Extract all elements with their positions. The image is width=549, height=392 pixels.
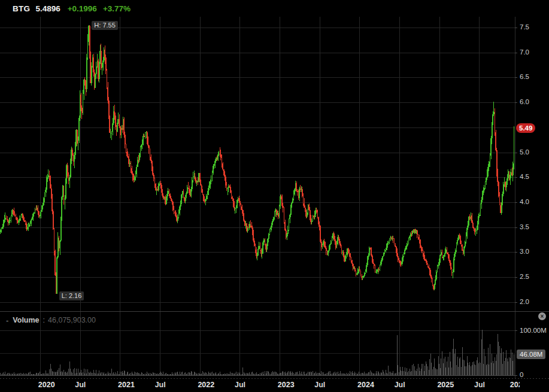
price-axis-tick-label: 6.5 (520, 72, 529, 81)
price-chart-pane[interactable]: H: 7.55 L: 2.16 (0, 17, 515, 311)
volume-last-badge: 46.08M (517, 350, 545, 359)
time-axis-label-2020: 2020 (38, 381, 55, 389)
last-price-value: 5.4896 (35, 4, 60, 13)
price-axis-tick-label: 3.5 (520, 223, 529, 231)
price-axis-tick (515, 102, 517, 103)
trading-chart-app: BTG 5.4896 +0.1996 +3.77% H: 7.55 L: 2.1… (0, 0, 549, 392)
time-axis-label-jul: Jul (75, 381, 86, 389)
time-axis-label-2021: 2021 (118, 381, 135, 389)
volume-header: - Volume : 46,075,903.00 (6, 315, 96, 325)
price-axis-tick (515, 77, 517, 78)
volume-title: Volume (13, 316, 39, 324)
high-annotation-label: H: 7.55 (92, 21, 117, 30)
time-axis-label-2025: 2025 (437, 381, 454, 389)
price-axis-tick (515, 153, 517, 153)
time-axis-label-2024: 2024 (357, 381, 374, 389)
time-axis-label-2022: 2022 (198, 381, 214, 389)
price-axis-tick-label: 2.5 (520, 272, 529, 281)
volume-axis[interactable]: × 100.00M 46.08M 0 (515, 312, 549, 379)
price-axis-tick-label: 5.0 (520, 148, 529, 156)
price-axis-tick-label: 7.0 (520, 48, 529, 56)
time-axis-label-jul: Jul (395, 381, 405, 389)
price-axis-tick-label: 2.0 (520, 297, 529, 306)
symbol-label: BTG (13, 4, 30, 13)
time-axis-label-2023: 2023 (278, 381, 295, 389)
last-price-badge: 5.49 (516, 123, 535, 133)
price-axis-tick (515, 202, 517, 203)
time-axis-label-jul: Jul (155, 381, 166, 389)
price-axis-tick (515, 28, 517, 28)
price-change-value: +0.1996 (68, 4, 97, 13)
low-annotation-label: L: 2.16 (59, 291, 84, 300)
volume-title-separator: : (43, 316, 45, 324)
time-axis[interactable]: 2020Jul2021Jul2022Jul2023Jul2024Jul2025J… (0, 379, 520, 392)
volume-chart-pane[interactable]: - Volume : 46,075,903.00 (0, 312, 515, 379)
price-change-percent: +3.77% (103, 4, 131, 13)
time-axis-label-jul: Jul (474, 381, 485, 389)
price-axis-tick-label: 4.0 (520, 197, 529, 206)
price-axis-tick (515, 302, 517, 303)
price-axis-tick-label: 7.5 (520, 23, 529, 31)
price-axis-tick-label: 6.0 (520, 98, 529, 106)
volume-axis-tick (515, 375, 517, 376)
price-axis-tick-label: 3.0 (520, 247, 529, 256)
time-axis-label-2026: 2026 (510, 381, 520, 389)
volume-current-value: 46,075,903.00 (48, 316, 96, 324)
chart-header: BTG 5.4896 +0.1996 +3.77% (0, 0, 549, 17)
price-axis-tick (515, 252, 517, 253)
price-axis-tick (515, 177, 517, 178)
volume-axis-tick (515, 330, 517, 331)
time-axis-label-jul: Jul (235, 381, 245, 389)
volume-zero-label: 0 (520, 370, 523, 379)
volume-collapse-handle[interactable]: - (6, 316, 8, 325)
price-axis[interactable]: 5.49 7.57.06.56.05.04.54.03.53.02.52.0 (515, 17, 549, 311)
volume-max-label: 100.00M (520, 326, 547, 335)
price-axis-tick (515, 227, 517, 228)
price-axis-tick (515, 277, 517, 278)
time-axis-label-jul: Jul (314, 381, 325, 389)
close-icon[interactable]: × (538, 312, 546, 320)
price-axis-tick (515, 53, 517, 53)
price-axis-tick-label: 4.5 (520, 172, 529, 181)
